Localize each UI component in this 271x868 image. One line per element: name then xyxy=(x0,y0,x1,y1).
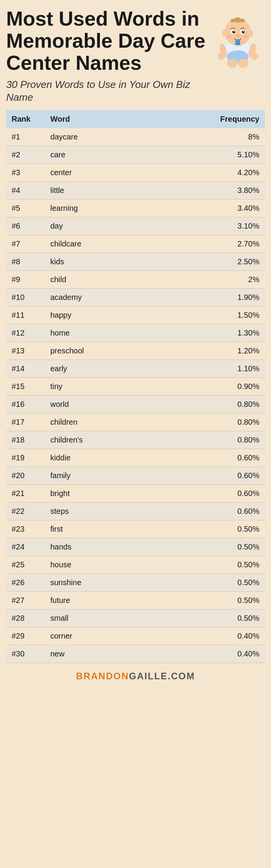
cell-frequency: 8% xyxy=(130,128,265,146)
cell-frequency: 0.60% xyxy=(130,449,265,467)
table-row: #17children0.80% xyxy=(6,413,265,431)
cell-rank: #26 xyxy=(6,574,45,592)
baby-illustration xyxy=(211,8,265,68)
table-row: #24hands0.50% xyxy=(6,538,265,556)
svg-point-24 xyxy=(238,59,248,68)
cell-frequency: 0.50% xyxy=(130,520,265,538)
cell-word: children's xyxy=(45,431,130,449)
cell-rank: #9 xyxy=(6,271,45,289)
table-row: #21bright0.60% xyxy=(6,485,265,503)
svg-point-25 xyxy=(235,45,237,47)
cell-frequency: 0.60% xyxy=(130,503,265,520)
brand-brandon: BRANDON xyxy=(76,671,129,681)
cell-rank: #30 xyxy=(6,645,45,663)
table-row: #1daycare8% xyxy=(6,128,265,146)
title-block: Most Used Words in Memorable Day Care Ce… xyxy=(6,8,211,104)
cell-rank: #28 xyxy=(6,610,45,627)
words-table: Rank Word Frequency #1daycare8%#2care5.1… xyxy=(6,110,265,663)
svg-point-6 xyxy=(230,19,235,22)
cell-rank: #21 xyxy=(6,485,45,503)
cell-rank: #23 xyxy=(6,520,45,538)
brand-com: COM xyxy=(171,671,195,681)
table-row: #12home1.30% xyxy=(6,324,265,342)
svg-point-17 xyxy=(227,35,232,38)
cell-frequency: 2.50% xyxy=(130,253,265,271)
cell-frequency: 0.40% xyxy=(130,627,265,645)
cell-frequency: 3.40% xyxy=(130,200,265,217)
table-container: Rank Word Frequency #1daycare8%#2care5.1… xyxy=(6,110,265,663)
cell-frequency: 0.90% xyxy=(130,378,265,396)
cell-word: children xyxy=(45,413,130,431)
table-header-row: Rank Word Frequency xyxy=(6,110,265,128)
cell-word: sunshine xyxy=(45,574,130,592)
cell-word: childcare xyxy=(45,235,130,253)
cell-rank: #19 xyxy=(6,449,45,467)
svg-point-14 xyxy=(236,35,239,37)
cell-word: care xyxy=(45,146,130,164)
cell-frequency: 4.20% xyxy=(130,164,265,182)
svg-point-7 xyxy=(240,19,245,22)
cell-rank: #7 xyxy=(6,235,45,253)
cell-word: daycare xyxy=(45,128,130,146)
cell-word: kiddie xyxy=(45,449,130,467)
cell-rank: #14 xyxy=(6,360,45,378)
cell-word: world xyxy=(45,396,130,413)
cell-rank: #12 xyxy=(6,324,45,342)
cell-rank: #24 xyxy=(6,538,45,556)
cell-frequency: 3.10% xyxy=(130,217,265,235)
cell-word: house xyxy=(45,556,130,574)
cell-rank: #5 xyxy=(6,200,45,217)
cell-rank: #20 xyxy=(6,467,45,485)
cell-frequency: 1.20% xyxy=(130,342,265,360)
table-row: #27future0.50% xyxy=(6,592,265,610)
main-title: Most Used Words in Memorable Day Care Ce… xyxy=(6,8,207,74)
cell-frequency: 0.50% xyxy=(130,610,265,627)
svg-point-13 xyxy=(243,31,244,32)
cell-word: little xyxy=(45,182,130,200)
cell-frequency: 5.10% xyxy=(130,146,265,164)
cell-word: steps xyxy=(45,503,130,520)
header-section: Most Used Words in Memorable Day Care Ce… xyxy=(6,8,265,104)
cell-rank: #29 xyxy=(6,627,45,645)
cell-word: preschool xyxy=(45,342,130,360)
cell-frequency: 2.70% xyxy=(130,235,265,253)
table-row: #11happy1.50% xyxy=(6,307,265,324)
cell-word: kids xyxy=(45,253,130,271)
cell-rank: #2 xyxy=(6,146,45,164)
table-row: #2care5.10% xyxy=(6,146,265,164)
svg-point-18 xyxy=(244,35,249,38)
cell-rank: #1 xyxy=(6,128,45,146)
cell-word: center xyxy=(45,164,130,182)
cell-frequency: 0.80% xyxy=(130,396,265,413)
table-row: #6day3.10% xyxy=(6,217,265,235)
svg-point-12 xyxy=(233,31,235,32)
cell-frequency: 2% xyxy=(130,271,265,289)
table-row: #10academy1.90% xyxy=(6,289,265,307)
cell-frequency: 0.60% xyxy=(130,467,265,485)
cell-rank: #13 xyxy=(6,342,45,360)
table-row: #16world0.80% xyxy=(6,396,265,413)
baby-icon xyxy=(213,10,263,68)
cell-frequency: 0.60% xyxy=(130,485,265,503)
cell-frequency: 1.90% xyxy=(130,289,265,307)
cell-rank: #18 xyxy=(6,431,45,449)
table-row: #3center4.20% xyxy=(6,164,265,182)
cell-word: happy xyxy=(45,307,130,324)
cell-rank: #4 xyxy=(6,182,45,200)
table-row: #19kiddie0.60% xyxy=(6,449,265,467)
svg-point-26 xyxy=(238,45,240,47)
cell-word: learning xyxy=(45,200,130,217)
subtitle: 30 Proven Words to Use in Your Own Biz N… xyxy=(6,78,207,105)
cell-rank: #22 xyxy=(6,503,45,520)
table-row: #30new0.40% xyxy=(6,645,265,663)
cell-rank: #25 xyxy=(6,556,45,574)
svg-point-22 xyxy=(251,53,258,60)
col-rank: Rank xyxy=(6,110,45,128)
cell-frequency: 0.50% xyxy=(130,592,265,610)
cell-word: corner xyxy=(45,627,130,645)
table-row: #13preschool1.20% xyxy=(6,342,265,360)
cell-rank: #11 xyxy=(6,307,45,324)
cell-rank: #27 xyxy=(6,592,45,610)
cell-word: child xyxy=(45,271,130,289)
cell-word: bright xyxy=(45,485,130,503)
